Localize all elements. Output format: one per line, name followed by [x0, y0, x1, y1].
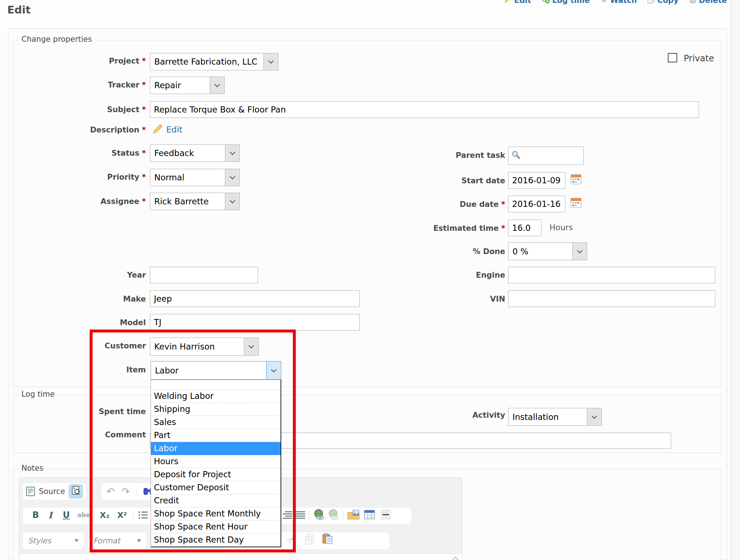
activity-label: Activity	[392, 411, 505, 420]
calendar-icon[interactable]	[571, 173, 581, 186]
parent-task-label: Parent task	[370, 151, 505, 160]
copy-icon	[647, 0, 655, 5]
chevron-down-icon	[268, 58, 274, 64]
notes-legend: Notes	[18, 464, 47, 473]
assignee-select-button[interactable]	[225, 193, 240, 210]
templates-button[interactable]	[69, 484, 83, 499]
dropdown-option[interactable]: Shipping	[151, 403, 281, 416]
context-watch-link[interactable]: Watch	[600, 0, 637, 5]
link-icon[interactable]	[313, 509, 326, 520]
context-copy-link[interactable]: Copy	[647, 0, 679, 5]
source-button[interactable]: Source	[39, 487, 65, 496]
align-right-icon[interactable]	[283, 511, 292, 519]
numbered-list-icon[interactable]	[138, 511, 148, 519]
editor-source-group: Source	[23, 483, 86, 500]
undo-icon[interactable]: ↶	[106, 486, 115, 498]
toolbar-separator	[133, 511, 134, 521]
percent-done-label: % Done	[370, 247, 505, 256]
tracker-select-button[interactable]	[210, 77, 224, 94]
year-input[interactable]	[150, 267, 258, 283]
item-select[interactable]: Labor	[151, 361, 281, 380]
horizontal-rule-icon[interactable]	[381, 510, 391, 519]
unlink-icon[interactable]	[328, 509, 340, 520]
priority-label: Priority*	[7, 173, 146, 181]
hours-suffix: Hours	[549, 223, 573, 232]
status-select-button[interactable]	[225, 145, 240, 162]
editor-content-area[interactable]	[19, 553, 462, 560]
model-label: Model	[7, 318, 146, 327]
star-icon	[600, 0, 608, 5]
percent-done-select-button[interactable]	[572, 243, 587, 260]
subscript-button[interactable]: X₂	[100, 511, 110, 520]
scroll-up-icon[interactable]	[453, 557, 459, 560]
dropdown-option[interactable]: Shop Space Rent Monthly	[151, 507, 281, 520]
dropdown-option[interactable]: Hours	[151, 455, 281, 468]
model-input[interactable]	[150, 314, 360, 331]
engine-input[interactable]	[508, 267, 715, 283]
context-edit-label: Edit	[514, 0, 531, 5]
dropdown-option[interactable]: Shop Space Rent Hour	[151, 520, 281, 534]
image-icon[interactable]	[347, 509, 360, 520]
private-checkbox[interactable]	[668, 53, 677, 62]
parent-task-input[interactable]	[508, 147, 584, 165]
dropdown-option[interactable]	[151, 380, 281, 390]
toolbar-separator	[309, 511, 309, 521]
browser-scrollbar[interactable]	[731, 0, 740, 560]
due-date-label: Due date*	[370, 200, 505, 209]
estimated-time-input[interactable]	[508, 220, 541, 236]
search-icon	[511, 150, 521, 162]
styles-dropdown[interactable]: Styles	[23, 532, 84, 549]
priority-select-button[interactable]	[225, 169, 240, 186]
vin-input[interactable]	[508, 290, 715, 307]
item-select-button[interactable]	[266, 361, 281, 379]
dropdown-option[interactable]: Sales	[151, 416, 281, 429]
activity-select-button[interactable]	[587, 408, 601, 425]
chevron-down-icon	[230, 150, 236, 155]
superscript-button[interactable]: X²	[117, 511, 127, 520]
format-dropdown[interactable]: Format	[88, 532, 146, 549]
underline-button[interactable]: U	[63, 510, 70, 520]
dropdown-option[interactable]: Deposit for Project	[151, 468, 281, 481]
table-icon[interactable]	[364, 510, 375, 519]
context-delete-link[interactable]: Delete	[689, 0, 727, 5]
project-select-button[interactable]	[263, 53, 278, 70]
dropdown-option-selected[interactable]: Labor	[151, 442, 281, 455]
dropdown-option[interactable]: Credit	[151, 494, 281, 507]
dropdown-option[interactable]: Customer Deposit	[151, 481, 281, 494]
change-properties-legend: Change properties	[18, 35, 95, 44]
due-date-input[interactable]	[508, 196, 565, 212]
copy-pages-icon[interactable]	[304, 534, 315, 545]
make-label: Make	[7, 295, 146, 303]
redo-icon[interactable]: ↷	[121, 486, 130, 498]
project-value: Barrette Fabrication, LLC	[150, 53, 263, 70]
status-select[interactable]: Feedback	[150, 144, 240, 162]
customer-select[interactable]: Kevin Harrison	[150, 338, 259, 356]
make-input[interactable]	[150, 290, 360, 307]
percent-done-select[interactable]: 0 %	[508, 242, 587, 260]
context-log-time-link[interactable]: Log time	[541, 0, 590, 5]
project-select[interactable]: Barrette Fabrication, LLC	[150, 53, 278, 70]
start-date-input[interactable]	[508, 172, 565, 189]
calendar-icon[interactable]	[571, 197, 581, 209]
chevron-down-icon	[230, 174, 236, 180]
context-edit-link[interactable]: Edit	[504, 0, 531, 5]
priority-select[interactable]: Normal	[150, 169, 240, 186]
paste-icon[interactable]	[322, 533, 333, 544]
dropdown-option[interactable]: Part	[151, 429, 281, 442]
customer-select-button[interactable]	[244, 338, 258, 355]
justify-icon[interactable]	[296, 511, 305, 519]
strikethrough-button[interactable]: abe	[77, 511, 90, 519]
dropdown-option[interactable]: Shop Space Rent Day	[151, 534, 281, 547]
item-dropdown-list: Welding Labor Shipping Sales Part Labor …	[151, 380, 281, 547]
italic-button[interactable]: I	[48, 510, 52, 520]
subject-input[interactable]	[150, 101, 699, 118]
assignee-select[interactable]: Rick Barrette	[150, 193, 240, 210]
status-label: Status*	[7, 149, 146, 158]
customer-value: Kevin Harrison	[150, 338, 244, 355]
bold-button[interactable]: B	[32, 510, 39, 520]
percent-done-value: 0 %	[508, 243, 572, 260]
tracker-select[interactable]: Repair	[150, 77, 225, 94]
edit-description-link[interactable]: Edit	[166, 125, 183, 134]
dropdown-option[interactable]: Welding Labor	[151, 390, 281, 403]
activity-select[interactable]: Installation	[508, 408, 602, 426]
